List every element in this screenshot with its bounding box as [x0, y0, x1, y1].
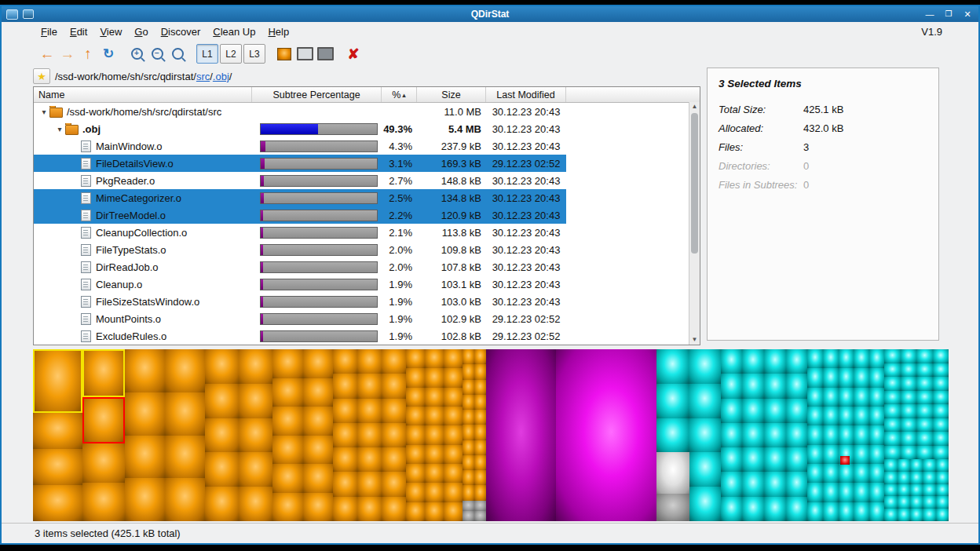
- treemap-tile[interactable]: [869, 349, 885, 368]
- treemap-zoom-out-button[interactable]: [316, 45, 335, 64]
- treemap-tile[interactable]: [786, 497, 808, 521]
- treemap-tile[interactable]: [463, 470, 474, 485]
- treemap-tile[interactable]: [764, 423, 786, 447]
- tree-row-Cleanup.o[interactable]: Cleanup.o1.9%103.1 kB30.12.23 20:43: [34, 276, 566, 293]
- treemap-tile[interactable]: [272, 378, 302, 407]
- treemap-tile[interactable]: [382, 447, 406, 472]
- treemap-tile[interactable]: [357, 423, 382, 447]
- treemap-tile[interactable]: [884, 446, 900, 460]
- treemap-tile[interactable]: [807, 483, 823, 502]
- treemap-tile[interactable]: [474, 485, 486, 500]
- back-button[interactable]: ←: [38, 45, 57, 64]
- menu-file[interactable]: File: [35, 24, 64, 40]
- treemap-tile[interactable]: [884, 496, 897, 509]
- treemap-tile[interactable]: [742, 472, 764, 496]
- treemap-tile[interactable]: [382, 472, 406, 496]
- zoom-reset-button[interactable]: [168, 45, 187, 64]
- column-header-name[interactable]: Name: [34, 87, 252, 102]
- treemap-view[interactable]: [33, 349, 949, 521]
- treemap-tile[interactable]: [425, 388, 444, 407]
- treemap-tile[interactable]: [923, 472, 935, 484]
- treemap-tile[interactable]: [884, 484, 897, 497]
- treemap-tile[interactable]: [869, 407, 885, 425]
- treemap-tile[interactable]: [933, 432, 949, 446]
- treemap-level-3-button[interactable]: L3: [243, 45, 265, 64]
- minimize-button[interactable]: —: [923, 9, 936, 20]
- treemap-tile[interactable]: [916, 349, 932, 363]
- treemap-tile[interactable]: [474, 511, 486, 521]
- treemap-tile[interactable]: [884, 349, 900, 363]
- treemap-tile-red-outline[interactable]: [82, 397, 125, 443]
- treemap-tile[interactable]: [33, 485, 82, 521]
- treemap-tile[interactable]: [382, 374, 406, 398]
- treemap-tile[interactable]: [869, 368, 885, 387]
- treemap-tile[interactable]: [463, 440, 474, 455]
- treemap-tile[interactable]: [910, 496, 923, 509]
- treemap-tile[interactable]: [444, 349, 463, 368]
- treemap-tile-yellow-outline[interactable]: [33, 349, 82, 413]
- treemap-tile[interactable]: [923, 496, 935, 509]
- treemap-tile[interactable]: [425, 407, 444, 425]
- treemap-tile[interactable]: [823, 445, 839, 464]
- treemap-tile[interactable]: [764, 349, 786, 374]
- treemap-tile[interactable]: [916, 432, 932, 446]
- treemap-tile[interactable]: [357, 497, 382, 521]
- treemap-tile[interactable]: [656, 418, 689, 453]
- treemap-tile[interactable]: [425, 349, 444, 368]
- treemap-tile[interactable]: [125, 436, 165, 479]
- treemap-tile[interactable]: [474, 501, 486, 511]
- treemap-tile[interactable]: [742, 447, 764, 472]
- treemap-tile[interactable]: [165, 349, 205, 392]
- column-header-size[interactable]: Size: [417, 87, 486, 102]
- treemap-tile[interactable]: [82, 483, 125, 521]
- treemap-tile[interactable]: [823, 502, 839, 521]
- treemap-tile[interactable]: [406, 368, 425, 387]
- menu-view[interactable]: View: [93, 24, 128, 40]
- treemap-tile[interactable]: [901, 404, 916, 418]
- treemap-tile[interactable]: [786, 472, 808, 496]
- treemap-tile[interactable]: [444, 445, 463, 464]
- treemap-tile[interactable]: [463, 380, 474, 395]
- treemap-tile[interactable]: [474, 470, 486, 485]
- treemap-tile[interactable]: [239, 384, 272, 418]
- treemap-tile[interactable]: [406, 407, 425, 425]
- treemap-tile[interactable]: [936, 496, 949, 509]
- treemap-tile[interactable]: [272, 349, 302, 378]
- treemap-tile[interactable]: [869, 445, 885, 464]
- treemap-tile[interactable]: [854, 368, 869, 387]
- treemap-tile[interactable]: [933, 391, 949, 405]
- treemap-tile[interactable]: [933, 363, 949, 378]
- treemap-tile[interactable]: [839, 425, 854, 444]
- treemap-tile[interactable]: [406, 464, 425, 483]
- tree-row-FileTypeStats.o[interactable]: FileTypeStats.o2.0%109.8 kB30.12.23 20:4…: [34, 241, 566, 258]
- treemap-tile[interactable]: [936, 459, 949, 472]
- treemap-tile[interactable]: [721, 399, 743, 423]
- scroll-down-icon[interactable]: ▼: [689, 335, 700, 345]
- treemap-tile[interactable]: [721, 374, 743, 398]
- treemap-level-2-button[interactable]: L2: [220, 45, 242, 64]
- treemap-tile[interactable]: [901, 363, 916, 378]
- treemap-tile[interactable]: [742, 349, 764, 374]
- treemap-tile[interactable]: [839, 502, 854, 521]
- treemap-tile[interactable]: [474, 395, 486, 410]
- treemap-tile[interactable]: [333, 497, 357, 521]
- treemap-tile[interactable]: [901, 349, 916, 363]
- treemap-tile[interactable]: [786, 423, 808, 447]
- tree-row-FileSizeStatsWindow.o[interactable]: FileSizeStatsWindow.o1.9%103.0 kB30.12.2…: [34, 293, 566, 310]
- treemap-tile[interactable]: [807, 425, 823, 444]
- treemap-tile[interactable]: [839, 368, 854, 387]
- treemap-tile[interactable]: [901, 446, 916, 460]
- treemap-tile[interactable]: [742, 399, 764, 423]
- treemap-tile[interactable]: [764, 472, 786, 496]
- treemap-tile[interactable]: [936, 509, 949, 521]
- bookmark-star-icon[interactable]: ★: [33, 68, 50, 84]
- treemap-tile[interactable]: [742, 497, 764, 521]
- treemap-tile[interactable]: [923, 484, 935, 497]
- forward-button[interactable]: →: [58, 45, 77, 64]
- treemap-tile[interactable]: [721, 423, 743, 447]
- tree-row-DirReadJob.o[interactable]: DirReadJob.o2.0%107.8 kB30.12.23 20:43: [34, 258, 566, 276]
- treemap-tile[interactable]: [239, 487, 272, 521]
- treemap-tile[interactable]: [839, 483, 854, 502]
- treemap-tile[interactable]: [406, 502, 425, 521]
- treemap-tile[interactable]: [786, 447, 808, 472]
